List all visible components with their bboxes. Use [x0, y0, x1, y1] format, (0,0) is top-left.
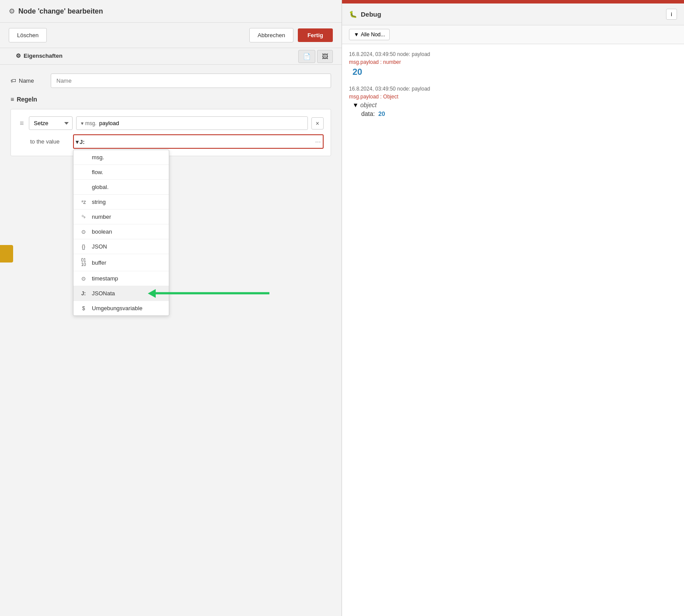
tabs-row: ⚙ Eigenschaften 📄 🖼: [0, 48, 342, 65]
rule-close-button[interactable]: ×: [311, 117, 324, 130]
debug-entry-2-type: msg.payload : Object: [349, 94, 677, 100]
dropdown-item-buffer-label: buffer: [92, 259, 106, 266]
rules-icon: ≡: [10, 96, 14, 103]
filter-button[interactable]: ▼ Alle Nod...: [349, 29, 390, 40]
dropdown-item-string-label: string: [92, 199, 106, 205]
dropdown-item-number-label: number: [92, 214, 111, 220]
value-type-label: J:: [80, 138, 85, 145]
dropdown-item-flow-label: flow.: [92, 169, 103, 175]
name-label: 🏷 Name: [10, 77, 45, 84]
debug-title-label: Debug: [361, 10, 381, 18]
value-dots-button[interactable]: ···: [315, 139, 321, 145]
debug-entry-2: 16.8.2024, 03:49:50 node: payload msg.pa…: [349, 86, 677, 117]
value-input[interactable]: [73, 134, 324, 149]
dropdown-item-json[interactable]: {} JSON: [73, 239, 169, 254]
rules-section-label: ≡ Regeln: [10, 96, 331, 103]
object-value: 20: [378, 110, 385, 117]
debug-entry-2-object: ▼ object data: 20: [352, 102, 677, 117]
timestamp-item-icon: ⊙: [80, 276, 87, 282]
done-button[interactable]: Fertig: [298, 28, 333, 42]
dropdown-item-global[interactable]: global.: [73, 180, 169, 195]
debug-title: 🐛 Debug: [349, 10, 381, 18]
debug-entry-1-meta: 16.8.2024, 03:49:50 node: payload: [349, 51, 677, 57]
rule-row-bottom: to the value ▾ J: ··· msg.: [30, 134, 324, 149]
delete-button[interactable]: Löschen: [9, 28, 47, 42]
value-type-arrow: ▾: [76, 138, 79, 145]
tab-properties-label: Eigenschaften: [24, 52, 63, 59]
name-input[interactable]: [51, 74, 331, 88]
dropdown-item-msg[interactable]: msg.: [73, 150, 169, 165]
dropdown-item-timestamp-label: timestamp: [92, 275, 118, 282]
top-red-bar: [342, 0, 684, 4]
debug-header: 🐛 Debug i: [342, 4, 684, 25]
env-item-icon: $: [80, 305, 87, 312]
debug-info-button[interactable]: i: [666, 9, 677, 20]
collapse-icon[interactable]: ▼: [352, 102, 359, 108]
description-tab-btn[interactable]: 📄: [298, 50, 315, 63]
value-input-wrapper: ▾ J: ··· msg. flow.: [73, 134, 324, 149]
rule-container: ≡ Setze ▾ msg. payload × to the value ▾ …: [10, 109, 331, 156]
tab-properties[interactable]: ⚙ Eigenschaften: [9, 48, 70, 64]
tab-icons: 📄 🖼: [298, 50, 333, 63]
debug-entry-1: 16.8.2024, 03:49:50 node: payload msg.pa…: [349, 51, 677, 77]
dropdown-item-string[interactable]: ᵃz string: [73, 195, 169, 210]
right-panel: 🐛 Debug i ▼ Alle Nod... 16.8.2024, 03:49…: [342, 0, 684, 616]
json-item-icon: {}: [80, 244, 87, 250]
boolean-item-icon: ⊙: [80, 229, 87, 235]
properties-icon: ⚙: [16, 52, 21, 59]
debug-filter-bar: ▼ Alle Nod...: [342, 25, 684, 44]
name-row: 🏷 Name: [10, 74, 331, 88]
debug-icon: 🐛: [349, 10, 357, 18]
object-label: object: [360, 102, 377, 108]
type-dropdown-menu: msg. flow. global. ᵃz string: [73, 150, 169, 316]
dropdown-item-flow[interactable]: flow.: [73, 165, 169, 180]
debug-entry-1-type: msg.payload : number: [349, 59, 677, 65]
action-select[interactable]: Setze: [29, 116, 73, 130]
buffer-item-icon: 0110: [80, 258, 87, 267]
filter-icon: ▼: [354, 32, 359, 38]
drag-handle[interactable]: ≡: [18, 118, 25, 129]
dropdown-item-jsonata[interactable]: J: JSONata: [73, 286, 169, 301]
debug-entry-2-meta: 16.8.2024, 03:49:50 node: payload: [349, 86, 677, 92]
number-item-icon: ⁰₉: [80, 214, 87, 219]
msg-field-value: payload: [99, 120, 119, 126]
arrow-line: [156, 292, 269, 294]
rule-row-top: ≡ Setze ▾ msg. payload ×: [18, 116, 324, 130]
arrow-head: [148, 289, 156, 298]
form-area: 🏷 Name ≡ Regeln ≡ Setze ▾ msg. payload: [0, 65, 342, 616]
panel-title: Node 'change' bearbeiten: [18, 7, 103, 15]
dropdown-item-jsonata-label: JSONata: [92, 290, 115, 297]
object-key: data:: [361, 110, 375, 117]
dropdown-item-env-label: Umgebungsvariable: [92, 305, 143, 312]
left-panel: ⚙ Node 'change' bearbeiten Löschen Abbre…: [0, 0, 342, 616]
appearance-tab-btn[interactable]: 🖼: [317, 50, 333, 63]
dropdown-item-global-label: global.: [92, 184, 108, 190]
dropdown-item-boolean[interactable]: ⊙ boolean: [73, 224, 169, 239]
msg-payload-field: ▾ msg. payload: [76, 116, 307, 130]
yellow-indicator: [0, 245, 13, 262]
dropdown-item-number[interactable]: ⁰₉ number: [73, 210, 169, 224]
debug-content: 16.8.2024, 03:49:50 node: payload msg.pa…: [342, 44, 684, 616]
panel-header: ⚙ Node 'change' bearbeiten: [0, 0, 342, 23]
debug-entry-1-value: 20: [352, 67, 677, 77]
to-value-label: to the value: [30, 134, 70, 145]
node-icon: ⚙: [9, 7, 15, 15]
name-icon: 🏷: [10, 77, 16, 84]
green-arrow: [148, 287, 300, 299]
dropdown-item-env[interactable]: $ Umgebungsvariable: [73, 301, 169, 315]
dropdown-item-boolean-label: boolean: [92, 228, 112, 235]
cancel-button[interactable]: Abbrechen: [249, 28, 293, 42]
object-data-row: data: 20: [361, 110, 677, 117]
filter-label: Alle Nod...: [361, 32, 385, 38]
toolbar: Löschen Abbrechen Fertig: [0, 23, 342, 48]
string-item-icon: ᵃz: [80, 199, 87, 205]
value-type-dropdown-btn[interactable]: ▾ J:: [76, 138, 85, 145]
dropdown-item-msg-label: msg.: [92, 154, 104, 161]
dropdown-item-buffer[interactable]: 0110 buffer: [73, 254, 169, 271]
dropdown-item-json-label: JSON: [92, 243, 107, 250]
jsonata-item-icon: J:: [80, 290, 87, 297]
dropdown-item-timestamp[interactable]: ⊙ timestamp: [73, 271, 169, 286]
msg-prefix: ▾ msg.: [81, 120, 96, 126]
